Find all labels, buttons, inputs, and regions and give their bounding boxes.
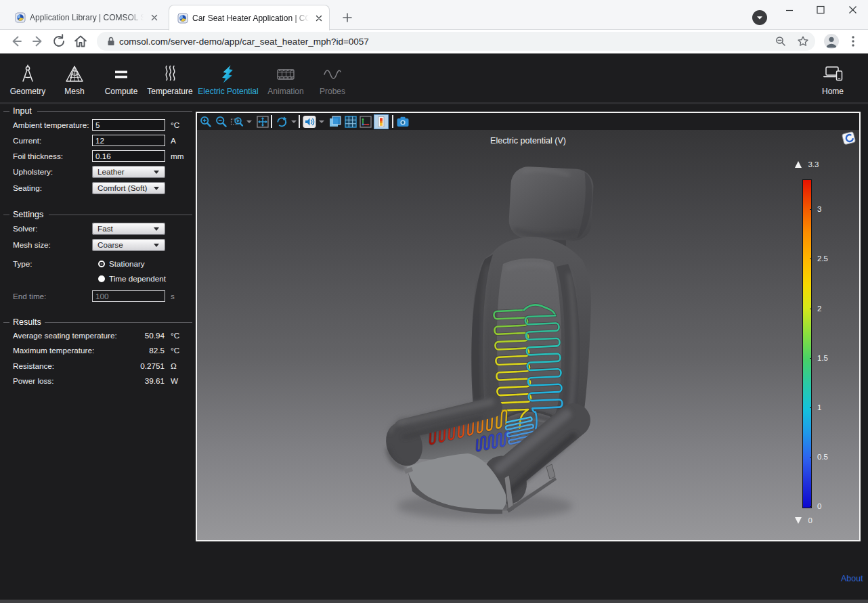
upholstery-dropdown[interactable]: Leather — [92, 166, 165, 178]
max-triangle-icon — [795, 161, 802, 168]
back-icon[interactable] — [7, 32, 24, 50]
ribbon-button-compute[interactable]: Compute — [98, 64, 144, 96]
radio-label: Stationary — [109, 259, 145, 269]
plot-canvas[interactable]: Electric potential (V) — [197, 130, 859, 540]
about-link[interactable]: About — [841, 574, 863, 583]
new-tab-button[interactable] — [339, 9, 355, 26]
zoom-extents-icon[interactable] — [256, 115, 269, 129]
ribbon-button-geometry[interactable]: Geometry — [6, 64, 49, 96]
compute-icon — [111, 64, 131, 85]
zoom-in-icon[interactable] — [199, 115, 213, 129]
legend-tick-label: 0.5 — [817, 453, 844, 461]
result-label: Maximum temperature: — [13, 346, 94, 355]
forward-icon[interactable] — [30, 32, 47, 50]
zoom-out-icon[interactable] — [215, 115, 228, 129]
field-unit: mm — [171, 152, 183, 161]
bookmark-star-icon[interactable] — [797, 35, 809, 47]
mesh-icon — [64, 64, 85, 85]
field-label: Solver: — [13, 224, 37, 233]
section-title: Input — [13, 106, 32, 116]
color-legend-bar — [802, 179, 812, 508]
ribbon-button-home[interactable]: Home — [810, 64, 856, 96]
bottom-strip — [0, 600, 868, 603]
end-time-input[interactable] — [92, 290, 165, 302]
scene-light-menu-icon[interactable] — [319, 120, 324, 123]
home-icon[interactable] — [72, 32, 89, 50]
result-label: Power loss: — [13, 376, 53, 386]
ribbon-label: Geometry — [6, 87, 49, 96]
section-line — [3, 111, 9, 112]
zoom-box-menu-icon[interactable] — [246, 120, 252, 123]
browser-menu-icon[interactable] — [847, 32, 859, 50]
color-legend-toggle-active[interactable] — [374, 115, 388, 129]
solver-dropdown[interactable]: Fast — [92, 223, 165, 235]
legend-tick — [810, 407, 812, 408]
profile-avatar[interactable] — [824, 34, 839, 49]
legend-tick-label: 2.5 — [817, 254, 844, 263]
ribbon-label: Electric Potential — [196, 87, 261, 96]
legend-max-marker: 3.3 — [795, 158, 836, 166]
toolbar-separator — [299, 115, 300, 128]
lock-icon[interactable] — [106, 36, 116, 47]
probes-icon — [322, 64, 343, 85]
field-label: Mesh size: — [13, 240, 51, 250]
radio-time-dependent[interactable] — [98, 275, 105, 282]
ribbon-label: Compute — [98, 87, 144, 96]
ribbon-label: Animation — [261, 87, 311, 96]
section-line — [37, 111, 192, 112]
tab-close-icon[interactable] — [150, 13, 159, 22]
result-value: 39.61 — [97, 376, 165, 386]
field-unit: s — [171, 292, 175, 301]
ribbon-label: Temperature — [144, 87, 196, 96]
screenshot-icon[interactable] — [396, 115, 410, 129]
person-icon — [824, 34, 839, 49]
url-text[interactable]: comsol.com/server-demo/app/car_seat_heat… — [119, 36, 369, 47]
result-label: Resistance: — [13, 361, 54, 371]
section-header-settings: Settings — [0, 210, 195, 219]
seating-dropdown[interactable]: Comfort (Soft) — [92, 182, 165, 194]
ribbon-button-probes[interactable]: Probes — [313, 64, 352, 96]
ambient-temperature-input[interactable] — [92, 119, 165, 131]
result-value: 0.2751 — [97, 361, 165, 371]
field-unit: A — [171, 136, 176, 146]
browser-tab-active[interactable]: Car Seat Heater Application | CO — [169, 5, 330, 30]
radio-stationary[interactable] — [98, 261, 105, 267]
section-line — [3, 322, 9, 323]
reset-view-icon[interactable] — [275, 115, 288, 129]
legend-min-marker: 0 — [795, 514, 836, 522]
dropdown-value: Fast — [97, 224, 113, 233]
animation-icon — [276, 64, 296, 85]
transparency-icon[interactable] — [328, 115, 342, 129]
scene-light-icon[interactable] — [303, 115, 316, 129]
tab-close-icon[interactable] — [314, 14, 324, 23]
media-controls-button[interactable] — [752, 10, 767, 25]
grid-icon[interactable] — [344, 115, 357, 129]
reset-view-menu-icon[interactable] — [291, 120, 297, 123]
app-ribbon: Geometry Mesh Compute Tem — [0, 53, 868, 102]
section-header-input: Input — [0, 106, 195, 116]
legend-tick-label: 2 — [817, 305, 844, 313]
ribbon-button-mesh[interactable]: Mesh — [56, 64, 93, 96]
window-maximize-button[interactable] — [806, 0, 836, 21]
comsol-favicon-icon — [15, 12, 26, 23]
ribbon-button-temperature[interactable]: Temperature — [144, 64, 196, 96]
browser-tab-inactive[interactable]: Application Library | COMSOL Se — [7, 5, 165, 30]
ribbon-button-animation[interactable]: Animation — [261, 64, 311, 96]
mesh-size-dropdown[interactable]: Coarse — [92, 239, 165, 251]
reload-icon[interactable] — [50, 32, 68, 50]
section-line — [49, 215, 192, 215]
foil-thickness-input[interactable] — [92, 150, 165, 162]
zoom-indicator-icon[interactable] — [775, 35, 787, 47]
window-minimize-button[interactable] — [775, 0, 804, 21]
axes-orientation-icon[interactable] — [359, 115, 372, 129]
window-close-button[interactable] — [838, 0, 867, 21]
dropdown-value: Leather — [97, 167, 125, 177]
result-value: 82.5 — [97, 346, 165, 355]
field-label: Current: — [13, 136, 41, 146]
parameter-sidebar: Input Ambient temperature: °C Current: A… — [0, 104, 195, 603]
chevron-down-icon — [154, 171, 159, 174]
current-input[interactable] — [92, 135, 165, 146]
address-bar[interactable]: comsol.com/server-demo/app/car_seat_heat… — [97, 32, 815, 51]
ribbon-button-electric-potential[interactable]: Electric Potential — [196, 64, 261, 96]
zoom-box-icon[interactable] — [230, 115, 244, 129]
